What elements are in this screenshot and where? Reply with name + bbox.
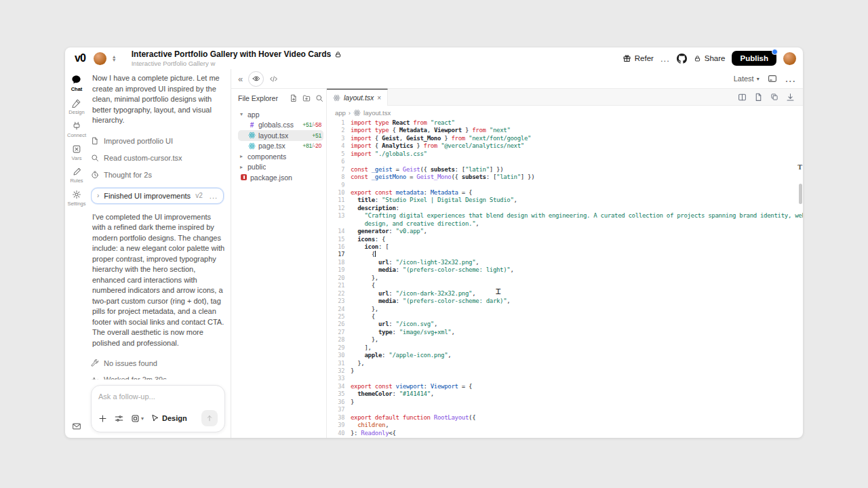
breadcrumb-root[interactable]: app	[335, 109, 346, 117]
line-content: url: "/icon.svg",	[351, 321, 803, 328]
notification-dot	[772, 49, 778, 55]
line-number: 2	[327, 127, 351, 134]
version-card-label: Finished UI improvements	[104, 192, 191, 200]
preview-eye-toggle[interactable]	[248, 71, 264, 87]
feedback-mail-button[interactable]	[72, 422, 81, 431]
send-button[interactable]	[201, 410, 218, 426]
code-icon	[269, 75, 278, 83]
attach-button[interactable]	[98, 414, 107, 423]
new-folder-icon	[302, 94, 311, 102]
file-explorer: File Explorer ▾app#globals.css+51/-58lay…	[231, 89, 326, 438]
new-file-button[interactable]	[290, 94, 298, 102]
code-line: 35 themeColor: "#141414",	[327, 390, 803, 398]
file-name: page.tsx	[258, 142, 285, 150]
line-number: 34	[327, 383, 351, 390]
console-icon[interactable]	[768, 74, 777, 83]
line-content: generator: "v0.app",	[351, 228, 803, 235]
task-item[interactable]: Improved portfolio UI	[91, 133, 225, 150]
user-avatar[interactable]	[783, 52, 796, 65]
react-file-icon	[333, 94, 340, 102]
open-file-button[interactable]	[754, 93, 763, 102]
line-content: {	[351, 251, 803, 258]
code-line: 1import type React from "react"	[327, 119, 803, 127]
code-line: 40}: Readonly<{	[327, 430, 803, 437]
collapse-panel-button[interactable]: «	[238, 74, 243, 84]
line-number: 5	[327, 150, 351, 158]
diff-stats: +81/-20	[302, 142, 321, 149]
line-content: {	[351, 282, 803, 289]
line-content: export const metadata: Metadata = {	[351, 189, 803, 197]
refer-button[interactable]: Refer	[623, 54, 654, 63]
gift-icon	[623, 54, 631, 63]
code-view-toggle[interactable]	[269, 75, 278, 83]
rail-label: Chat	[71, 86, 83, 92]
rail-item-vars[interactable]: Vars	[72, 144, 82, 161]
project-title-block: Interactive Portfolio Gallery with Hover…	[132, 49, 342, 67]
rail-item-design[interactable]: Design	[68, 98, 84, 115]
line-number: 30	[327, 352, 351, 359]
code-line: 37	[327, 406, 803, 413]
v0-logo[interactable]: v0	[72, 52, 88, 64]
line-content: import { Geist, Geist_Mono } from "next/…	[351, 135, 803, 142]
breadcrumb-file[interactable]: layout.tsx	[363, 109, 391, 117]
rail-item-connect[interactable]: Connect	[67, 121, 86, 138]
tree-file-layout-tsx[interactable]: layout.tsx+51	[238, 130, 323, 141]
split-editor-button[interactable]	[738, 93, 747, 102]
model-select-button[interactable]: ▾	[131, 414, 144, 423]
version-card-more-button[interactable]: ...	[210, 192, 218, 200]
preview-more-button[interactable]: ...	[785, 73, 796, 85]
task-item[interactable]: Thought for 2s	[91, 167, 225, 184]
mouse-ibeam-cursor: ⌶	[496, 286, 501, 296]
tab-layout-tsx[interactable]: layout.tsx ×	[327, 89, 388, 106]
tree-folder-components[interactable]: ▸components	[238, 151, 323, 162]
composer[interactable]: Ask a follow-up... ▾ Design	[91, 385, 225, 432]
share-button[interactable]: Share	[694, 54, 726, 62]
rail-label: Design	[68, 109, 84, 115]
tree-file-globals-css[interactable]: #globals.css+51/-58	[238, 120, 323, 131]
preview-panel: « Latest▾ ... File Expl	[231, 69, 803, 438]
eye-icon	[252, 75, 260, 83]
github-button[interactable]	[677, 54, 687, 64]
line-number: 38	[327, 414, 351, 422]
file-name: package.json	[250, 174, 292, 182]
search-icon	[91, 154, 99, 162]
task-item[interactable]: Read custom-cursor.tsx	[91, 150, 225, 167]
rail-item-rules[interactable]: Rules	[70, 167, 83, 184]
project-avatar[interactable]	[94, 52, 106, 65]
tree-file-package-json[interactable]: package.json	[238, 172, 323, 183]
editor-scrollbar[interactable]	[799, 184, 802, 204]
chat-scroll[interactable]: Now I have a complete picture. Let me cr…	[91, 73, 225, 380]
line-content: children,	[351, 422, 803, 429]
line-number: 16	[327, 243, 351, 251]
tree-file-page-tsx[interactable]: page.tsx+81/-20	[238, 141, 323, 152]
search-files-button[interactable]	[315, 94, 323, 102]
new-folder-button[interactable]	[302, 94, 311, 102]
file-explorer-title: File Explorer	[238, 94, 285, 102]
close-tab-icon[interactable]: ×	[377, 94, 381, 102]
line-number: 39	[327, 422, 351, 429]
rail-item-settings[interactable]: Settings	[67, 190, 85, 207]
line-content: import type React from "react"	[351, 119, 803, 127]
line-number: 21	[327, 282, 351, 289]
header-more-button[interactable]: ...	[660, 54, 670, 64]
version-select[interactable]: Latest▾	[734, 75, 760, 83]
rail-item-chat[interactable]: Chat	[71, 75, 83, 92]
line-number: 12	[327, 205, 351, 212]
settings-sliders-button[interactable]	[115, 414, 123, 423]
copy-code-button[interactable]	[770, 93, 778, 101]
tree-folder-app[interactable]: ▾app	[238, 109, 323, 120]
tree-folder-public[interactable]: ▸public	[238, 162, 323, 173]
private-lock-icon	[334, 51, 342, 58]
line-number: 4	[327, 142, 351, 150]
code-line: 18 url: "/icon-light-32x32.png",	[327, 259, 803, 266]
download-button[interactable]	[786, 93, 795, 102]
code-area[interactable]: 1import type React from "react"2import t…	[327, 119, 803, 438]
followup-input[interactable]: Ask a follow-up...	[98, 392, 218, 410]
project-switcher-chevrons-icon[interactable]: ▲▼	[112, 55, 117, 62]
publish-button[interactable]: Publish	[732, 51, 776, 66]
version-card[interactable]: › Finished UI improvements v2 ...	[91, 188, 224, 204]
code-line: 24 },	[327, 306, 803, 313]
design-mode-button[interactable]: Design	[151, 414, 187, 422]
task-label: Improved portfolio UI	[104, 137, 173, 145]
code-line: 32}	[327, 367, 803, 375]
